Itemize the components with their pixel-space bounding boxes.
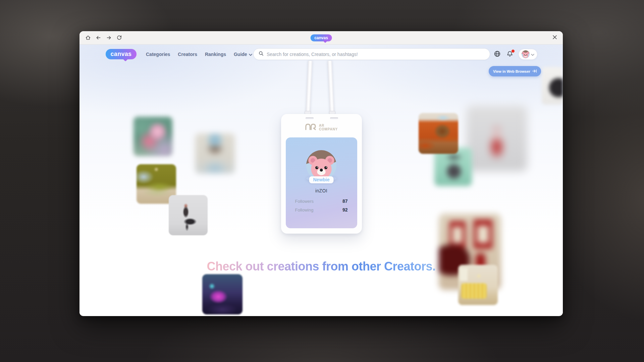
- search-bar: [253, 48, 490, 60]
- back-button[interactable]: [94, 33, 103, 42]
- forward-button[interactable]: [104, 33, 113, 42]
- level-badge: Newbie: [309, 176, 333, 183]
- stat-row-following: Following 92: [295, 207, 348, 213]
- main-navbar: canvas Categories Creators Rankings Guid…: [79, 45, 563, 64]
- creation-thumb-anime-scene: [133, 117, 172, 156]
- nav-link-guide-label: Guide: [234, 52, 247, 57]
- window-shape: [474, 220, 492, 249]
- creation-thumb-neon-room: [202, 274, 243, 314]
- creation-thumb-blurred-showcase: [466, 106, 527, 171]
- forward-arrow-icon: [106, 35, 112, 41]
- card-slot: [306, 117, 314, 119]
- close-icon: [552, 35, 557, 41]
- view-in-web-browser-label: View in Web Browser: [493, 69, 530, 73]
- profile-panel: Newbie inZOI Followers 87 Following 92: [286, 137, 357, 228]
- lanyard-strap-left: [306, 61, 313, 116]
- stat-row-followers: Followers 87: [295, 198, 348, 204]
- chevron-down-icon: [249, 52, 252, 57]
- followers-value: 87: [342, 198, 348, 204]
- home-button[interactable]: [84, 33, 93, 42]
- lanyard-strap-right: [327, 61, 334, 116]
- followers-label: Followers: [295, 199, 314, 204]
- creation-thumb-yellow-bedroom: [458, 265, 498, 305]
- refresh-button[interactable]: [115, 33, 124, 42]
- chevron-down-icon: [531, 51, 534, 57]
- hero-headline: Check out creations from other Creators.: [207, 259, 435, 274]
- creation-thumb-orange-living-room: [419, 113, 458, 154]
- search-input[interactable]: [267, 52, 485, 57]
- nav-links: Categories Creators Rankings Guide: [146, 45, 252, 64]
- username: inZOI: [286, 188, 357, 193]
- company-name: AR COMPANY: [319, 124, 338, 131]
- home-icon: [85, 35, 91, 41]
- following-label: Following: [295, 207, 314, 213]
- notification-badge: [511, 49, 515, 53]
- creation-thumb-creator-portrait: [195, 133, 235, 174]
- page-content: canvas Categories Creators Rankings Guid…: [79, 45, 563, 316]
- creation-thumb-dance-duo: [169, 195, 208, 235]
- window-title-badge: canvas: [310, 34, 332, 41]
- view-in-web-browser-button[interactable]: View in Web Browser: [489, 66, 541, 76]
- company-line2: COMPANY: [319, 127, 338, 131]
- nav-link-categories[interactable]: Categories: [146, 52, 170, 57]
- nav-link-rankings[interactable]: Rankings: [205, 52, 226, 57]
- card-slot: [330, 117, 338, 119]
- following-value: 92: [342, 207, 348, 213]
- notifications-button[interactable]: [506, 50, 514, 58]
- back-arrow-icon: [96, 35, 101, 41]
- close-button[interactable]: [550, 33, 559, 43]
- nav-right-actions: [493, 49, 537, 60]
- profile-menu[interactable]: [519, 49, 537, 60]
- profile-stats: Followers 87 Following 92: [295, 198, 348, 213]
- nav-link-guide[interactable]: Guide: [234, 52, 252, 57]
- company-logo: AR COMPANY: [281, 123, 362, 132]
- window-shape: [460, 268, 468, 281]
- profile-id-card: AR COMPANY Newbie inZOI Followers 87: [281, 114, 362, 234]
- window-titlebar[interactable]: canvas: [79, 31, 563, 45]
- avatar-wrap: Newbie: [306, 150, 336, 180]
- nav-link-creators[interactable]: Creators: [178, 52, 197, 57]
- creation-thumb-corner-portrait: [542, 67, 563, 105]
- globe-icon: [494, 50, 501, 59]
- company-line1: AR: [319, 124, 338, 127]
- language-button[interactable]: [493, 50, 501, 58]
- search-icon: [259, 51, 264, 57]
- ar-monogram-icon: [305, 123, 316, 132]
- open-external-arrow-icon: [532, 69, 537, 73]
- avatar: [522, 50, 530, 58]
- refresh-icon: [116, 35, 122, 41]
- bed-shape: [461, 283, 487, 299]
- canvas-logo[interactable]: canvas: [106, 49, 137, 59]
- browser-window: canvas canvas: [79, 31, 563, 316]
